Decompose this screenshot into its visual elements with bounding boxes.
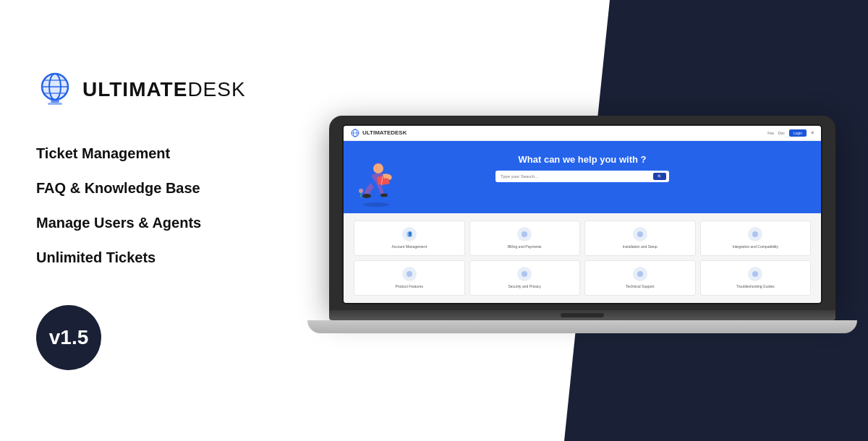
category-card-6[interactable]: Security and Privacy xyxy=(469,260,581,296)
feature-list: Ticket Management FAQ & Knowledge Base M… xyxy=(36,136,268,275)
category-label-2: Billing and Payments xyxy=(475,244,576,249)
svg-rect-6 xyxy=(51,100,59,103)
category-label-3: Installation and Setup xyxy=(590,244,691,249)
logo-globe-icon xyxy=(36,71,74,108)
laptop-wrapper: ULTIMATEDESK Fea Doc Login ≡ xyxy=(329,116,835,333)
site-hero-heading: What can we help you with ? xyxy=(358,154,807,165)
version-badge: v1.5 xyxy=(36,305,101,370)
category-icon-1: 👤 xyxy=(402,227,417,241)
category-label-4: Integration and Compatibility xyxy=(705,244,807,249)
category-icon-3 xyxy=(633,227,647,241)
category-card-1[interactable]: 👤 Account Management xyxy=(354,220,465,256)
svg-point-24 xyxy=(407,271,412,277)
site-header: ULTIMATEDESK Fea Doc Login ≡ xyxy=(344,126,821,141)
right-panel: ULTIMATEDESK Fea Doc Login ≡ xyxy=(304,101,868,341)
left-panel: ULTIMATEDESK Ticket Management FAQ & Kno… xyxy=(0,42,304,399)
svg-point-18 xyxy=(359,189,363,193)
category-label-5: Product Features xyxy=(359,284,460,289)
category-icon-2 xyxy=(517,227,532,241)
category-card-2[interactable]: Billing and Payments xyxy=(469,220,581,256)
site-login-button[interactable]: Login xyxy=(789,129,807,137)
category-card-8[interactable]: Troubleshooting Guides xyxy=(700,260,812,296)
feature-item-1: Ticket Management xyxy=(36,136,268,171)
laptop-hinge xyxy=(329,310,835,320)
site-header-nav: Fea Doc Login ≡ xyxy=(767,129,814,137)
category-icon-5 xyxy=(402,267,417,281)
laptop-stand xyxy=(307,320,857,333)
site-search-bar[interactable]: 🔍 xyxy=(495,171,669,182)
site-hero-content: What can we help you with ? 🔍 xyxy=(358,154,807,182)
category-card-5[interactable]: Product Features xyxy=(354,260,465,296)
svg-text:👤: 👤 xyxy=(407,231,412,237)
site-hero: What can we help you with ? 🔍 xyxy=(344,141,821,213)
svg-point-22 xyxy=(637,231,643,237)
laptop-screen: ULTIMATEDESK Fea Doc Login ≡ xyxy=(342,124,822,304)
category-icon-6 xyxy=(517,267,532,281)
category-icon-8 xyxy=(748,267,762,281)
content-wrapper: ULTIMATEDESK Ticket Management FAQ & Kno… xyxy=(0,0,868,441)
svg-point-26 xyxy=(637,271,643,277)
site-categories: 👤 Account Management Billing and Payment… xyxy=(344,213,821,303)
category-card-7[interactable]: Technical Support xyxy=(584,260,696,296)
svg-point-27 xyxy=(752,271,758,277)
category-label-8: Troubleshooting Guides xyxy=(705,284,807,289)
category-icon-7 xyxy=(633,267,647,281)
category-card-3[interactable]: Installation and Setup xyxy=(584,220,696,256)
logo-area: ULTIMATEDESK xyxy=(36,71,268,108)
svg-point-15 xyxy=(380,193,388,197)
logo-text: ULTIMATEDESK xyxy=(82,78,246,101)
feature-item-4: Unlimited Tickets xyxy=(36,240,268,275)
feature-item-3: Manage Users & Agents xyxy=(36,205,268,240)
site-header-logo-text: ULTIMATEDESK xyxy=(362,129,407,136)
category-icon-4 xyxy=(748,227,762,241)
site-search-input[interactable] xyxy=(498,174,653,179)
svg-point-16 xyxy=(363,202,389,207)
site-logo: ULTIMATEDESK xyxy=(351,129,407,137)
category-label-7: Technical Support xyxy=(590,284,691,289)
category-card-4[interactable]: Integration and Compatibility xyxy=(700,220,812,256)
svg-point-25 xyxy=(522,271,527,277)
svg-point-21 xyxy=(522,231,527,237)
feature-item-2: FAQ & Knowledge Base xyxy=(36,171,268,205)
laptop-body: ULTIMATEDESK Fea Doc Login ≡ xyxy=(329,116,835,310)
category-label-1: Account Management xyxy=(359,244,460,249)
site-search-button[interactable]: 🔍 xyxy=(653,173,666,180)
svg-point-14 xyxy=(362,194,371,198)
svg-point-23 xyxy=(752,231,758,237)
svg-rect-7 xyxy=(48,103,62,105)
laptop-base xyxy=(329,310,835,333)
category-label-6: Security and Privacy xyxy=(475,284,576,289)
